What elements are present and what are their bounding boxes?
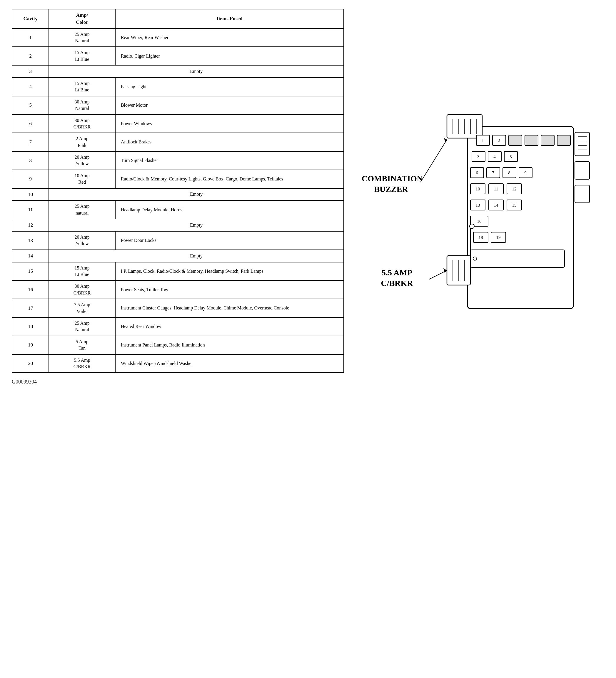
svg-rect-13: [509, 135, 522, 146]
amp-cell: 25 Ampnatural: [49, 200, 115, 219]
page-content: Cavity Amp/Color Items Fused 1 25 AmpNat…: [12, 9, 604, 385]
items-cell: Blower Motor: [115, 96, 344, 115]
table-row: 14 Empty: [12, 250, 344, 262]
amp-cell: Empty: [49, 219, 344, 231]
items-cell: Heated Rear Window: [115, 317, 344, 336]
amp-cell: 25 AmpNatural: [49, 317, 115, 336]
amp-cell: 25 AmpNatural: [49, 29, 115, 47]
cavity-cell: 15: [12, 262, 49, 281]
svg-text:2: 2: [498, 138, 500, 143]
header-amp-color: Amp/Color: [49, 9, 115, 29]
cavity-cell: 2: [12, 47, 49, 65]
table-row: 1 25 AmpNatural Rear Wiper, Rear Washer: [12, 29, 344, 47]
svg-rect-14: [525, 135, 538, 146]
amp-cell: 30 AmpC/BRKR: [49, 115, 115, 133]
svg-text:15: 15: [512, 203, 517, 208]
table-row: 3 Empty: [12, 65, 344, 78]
cavity-cell: 20: [12, 354, 49, 373]
amp-cell: 5 AmpTan: [49, 336, 115, 354]
fuse-table-section: Cavity Amp/Color Items Fused 1 25 AmpNat…: [12, 9, 344, 385]
svg-line-60: [429, 270, 447, 279]
svg-rect-54: [575, 162, 589, 179]
cavity-cell: 19: [12, 336, 49, 354]
table-row: 2 15 AmpLt Blue Radio, Cigar Lighter: [12, 47, 344, 65]
table-row: 16 30 AmpC/BRKR Power Seats, Trailer Tow: [12, 280, 344, 299]
table-row: 9 10 AmpRed Radio/Clock & Memory, Cour-t…: [12, 170, 344, 188]
fuse-table: Cavity Amp/Color Items Fused 1 25 AmpNat…: [12, 9, 344, 373]
svg-text:10: 10: [476, 187, 480, 191]
cavity-cell: 11: [12, 200, 49, 219]
amp-cell: 15 AmpLt Blue: [49, 262, 115, 281]
table-row: 20 5.5 AmpC/BRKR Windshield Wiper/Windsh…: [12, 354, 344, 373]
amp-cell: Empty: [49, 188, 344, 201]
svg-text:8: 8: [508, 171, 510, 175]
table-row: 17 7.5 AmpVoilet Instrument Cluster Gaug…: [12, 299, 344, 317]
items-cell: Headlamp Delay Module, Horns: [115, 200, 344, 219]
svg-point-65: [473, 257, 477, 260]
cavity-cell: 4: [12, 78, 49, 96]
items-cell: Power Windows: [115, 115, 344, 133]
cavity-cell: 17: [12, 299, 49, 317]
svg-text:18: 18: [479, 235, 483, 240]
items-cell: Antilock Brakes: [115, 133, 344, 151]
cavity-cell: 14: [12, 250, 49, 262]
amp-cell: Empty: [49, 250, 344, 262]
amp-cell: 15 AmpLt Blue: [49, 78, 115, 96]
table-row: 4 15 AmpLt Blue Passing Light: [12, 78, 344, 96]
amp-cell: 30 AmpNatural: [49, 96, 115, 115]
items-cell: Windshield Wiper/Windshield Washer: [115, 354, 344, 373]
cavity-cell: 18: [12, 317, 49, 336]
cavity-cell: 10: [12, 188, 49, 201]
items-cell: Passing Light: [115, 78, 344, 96]
cavity-cell: 6: [12, 115, 49, 133]
cavity-cell: 12: [12, 219, 49, 231]
cavity-cell: 16: [12, 280, 49, 299]
cavity-cell: 8: [12, 151, 49, 170]
svg-text:13: 13: [476, 203, 480, 208]
svg-text:4: 4: [494, 154, 496, 159]
svg-line-7: [421, 140, 447, 182]
svg-rect-64: [470, 250, 565, 267]
table-row: 15 15 AmpLt Blue I.P. Lamps, Clock, Radi…: [12, 262, 344, 281]
items-cell: Power Door Locks: [115, 231, 344, 250]
items-cell: Instrument Panel Lamps, Radio Illuminati…: [115, 336, 344, 354]
svg-text:9: 9: [524, 171, 527, 175]
svg-text:14: 14: [494, 203, 499, 208]
svg-rect-15: [541, 135, 554, 146]
svg-text:6: 6: [476, 171, 478, 175]
svg-text:3: 3: [477, 154, 479, 159]
items-cell: Radio, Cigar Lighter: [115, 47, 344, 65]
table-row: 10 Empty: [12, 188, 344, 201]
table-row: 6 30 AmpC/BRKR Power Windows: [12, 115, 344, 133]
table-row: 8 20 AmpYellow Turn Signal Flasher: [12, 151, 344, 170]
svg-marker-8: [444, 138, 447, 143]
amp-cell: 30 AmpC/BRKR: [49, 280, 115, 299]
items-cell: Power Seats, Trailer Tow: [115, 280, 344, 299]
amp-cbrkr-label: 5.5 AMPC/BRKR: [365, 267, 429, 289]
items-cell: Rear Wiper, Rear Washer: [115, 29, 344, 47]
table-row: 5 30 AmpNatural Blower Motor: [12, 96, 344, 115]
cavity-cell: 3: [12, 65, 49, 78]
amp-cell: Empty: [49, 65, 344, 78]
svg-rect-49: [575, 132, 589, 156]
figure-id: G00099304: [12, 379, 344, 385]
amp-cell: 15 AmpLt Blue: [49, 47, 115, 65]
items-cell: Radio/Clock & Memory, Cour-tesy Lights, …: [115, 170, 344, 188]
cavity-cell: 5: [12, 96, 49, 115]
svg-text:16: 16: [477, 219, 482, 224]
amp-cell: 5.5 AmpC/BRKR: [49, 354, 115, 373]
svg-text:1: 1: [482, 138, 484, 143]
combination-buzzer-label: COMBINATIONBUZZER: [362, 174, 421, 195]
cavity-cell: 13: [12, 231, 49, 250]
amp-cell: 20 AmpYellow: [49, 151, 115, 170]
svg-text:5: 5: [510, 154, 512, 159]
items-cell: I.P. Lamps, Clock, Radio/Clock & Memory,…: [115, 262, 344, 281]
cavity-cell: 9: [12, 170, 49, 188]
cavity-cell: 1: [12, 29, 49, 47]
table-row: 12 Empty: [12, 219, 344, 231]
table-row: 13 20 AmpYellow Power Door Locks: [12, 231, 344, 250]
items-cell: Instrument Cluster Gauges, Headlamp Dela…: [115, 299, 344, 317]
header-items-fused: Items Fused: [115, 9, 344, 29]
svg-rect-55: [575, 185, 589, 203]
table-row: 18 25 AmpNatural Heated Rear Window: [12, 317, 344, 336]
